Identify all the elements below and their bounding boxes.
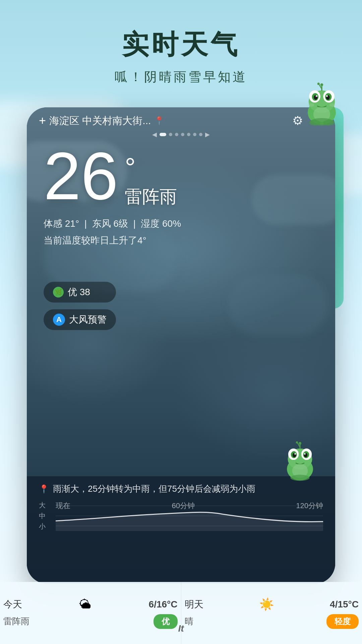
bottom-page-indicator: It (0, 623, 362, 634)
today-weather-icon: 🌥 (79, 597, 92, 611)
temperature-section: 26 ° 雷阵雨 体感 21° | 东风 6级 | 湿度 60% 当前温度较昨日… (44, 148, 181, 249)
today-top: 今天 🌥 6/16°C (3, 597, 178, 611)
humidity-info: 湿度 60% (141, 218, 181, 229)
tomorrow-top: 明天 ☀️ 4/15°C (185, 597, 359, 611)
badges-section: 🌿 优 38 A 大风预警 (44, 282, 116, 330)
rain-medium-label: 中 (39, 512, 46, 521)
today-temp: 6/16°C (149, 599, 178, 610)
weather-condition: 雷阵雨 (125, 185, 177, 209)
rain-intensity-labels: 大 中 小 (39, 501, 46, 531)
rain-pin-icon: 📍 (39, 484, 49, 494)
tomorrow-temp: 4/15°C (330, 599, 359, 610)
rain-forecast-text: 雨渐大，25分钟转为中雨，但75分钟后会减弱为小雨 (53, 483, 255, 495)
rain-chart: 大 中 小 现在 60分钟 120分钟 (39, 501, 323, 548)
air-quality-badge[interactable]: 🌿 优 38 (44, 282, 116, 303)
today-label: 今天 (3, 598, 22, 611)
svg-point-9 (326, 95, 328, 97)
svg-point-18 (309, 120, 320, 126)
location-area: + 海淀区 中关村南大街... 📍 (39, 114, 292, 128)
svg-point-31 (299, 442, 301, 445)
feel-temp: 体感 21° (44, 218, 79, 229)
temperature-value: 26 (44, 148, 118, 205)
air-quality-label: 优 38 (68, 286, 90, 299)
weather-stats: 体感 21° | 东风 6级 | 湿度 60% (44, 215, 181, 232)
weather-card: + 海淀区 中关村南大街... 📍 ⚙ ↪ ◀ ▶ 26 ° 雷阵雨 (27, 107, 335, 584)
rain-large-label: 大 (39, 501, 46, 510)
temp-details: 体感 21° | 东风 6级 | 湿度 60% 当前温度较昨日上升了4° (44, 215, 181, 249)
temp-main: 26 ° 雷阵雨 (44, 148, 181, 209)
svg-point-28 (294, 453, 296, 454)
location-text: 海淀区 中关村南大街... (49, 114, 151, 128)
header-section: 实时天气 呱！阴晴雨雪早知道 (0, 27, 362, 86)
wind-info: 东风 6级 (92, 218, 128, 229)
svg-point-15 (329, 103, 335, 107)
leaf-icon: 🌿 (53, 287, 64, 298)
svg-point-14 (309, 103, 314, 107)
svg-point-19 (323, 120, 335, 126)
alert-icon: A (53, 314, 65, 326)
daily-item-tomorrow: 明天 ☀️ 4/15°C 晴 轻度 (181, 582, 362, 644)
rain-chart-area (56, 501, 323, 531)
rain-small-label: 小 (39, 522, 46, 531)
location-pin-icon: 📍 (154, 116, 164, 125)
temp-change: 当前温度较昨日上升了4° (44, 232, 181, 249)
svg-point-8 (316, 95, 318, 97)
svg-point-11 (320, 83, 323, 86)
add-location-button[interactable]: + (39, 115, 46, 127)
degree-symbol: ° (125, 154, 177, 181)
warning-label: 大风预警 (69, 313, 107, 326)
temp-right: ° 雷阵雨 (125, 148, 177, 209)
phone-topbar: + 海淀区 中关村南大街... 📍 ⚙ ↪ (27, 107, 335, 134)
svg-point-35 (290, 475, 309, 481)
tomorrow-label: 明天 (185, 598, 203, 611)
frog-top-decoration (298, 80, 345, 127)
wind-warning-badge[interactable]: A 大风预警 (44, 309, 116, 330)
tomorrow-weather-icon: ☀️ (259, 597, 274, 611)
bottom-text: It (178, 623, 184, 634)
svg-point-29 (304, 453, 306, 454)
svg-point-33 (296, 441, 298, 444)
main-title: 实时天气 (0, 27, 362, 63)
svg-point-13 (317, 83, 320, 85)
daily-item-today: 今天 🌥 6/16°C 雷阵雨 优 (0, 582, 181, 644)
daily-forecast-section: 今天 🌥 6/16°C 雷阵雨 优 明天 ☀️ 4/15°C 晴 轻度 (0, 582, 362, 644)
rain-forecast-strip: 📍 雨渐大，25分钟转为中雨，但75分钟后会减弱为小雨 大 中 小 (27, 476, 335, 584)
frog-bottom-decoration (278, 439, 322, 483)
